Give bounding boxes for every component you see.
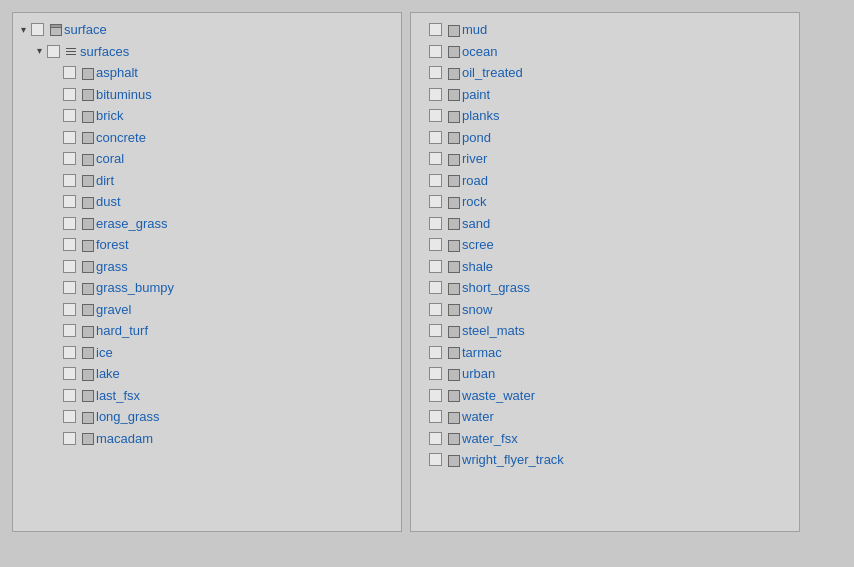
checkbox[interactable] — [63, 389, 76, 402]
tree-item[interactable]: short_grass — [411, 277, 799, 299]
checkbox[interactable] — [63, 131, 76, 144]
checkbox[interactable] — [63, 152, 76, 165]
tree-item[interactable]: scree — [411, 234, 799, 256]
tree-item-label[interactable]: shale — [462, 257, 493, 277]
tree-item-label[interactable]: ice — [96, 343, 113, 363]
tree-item-label[interactable]: bituminus — [96, 85, 152, 105]
tree-item-label[interactable]: rock — [462, 192, 487, 212]
checkbox[interactable] — [63, 66, 76, 79]
checkbox[interactable] — [429, 453, 442, 466]
arrow-down-icon[interactable] — [17, 24, 29, 36]
checkbox[interactable] — [63, 238, 76, 251]
tree-item[interactable]: lake — [13, 363, 401, 385]
checkbox[interactable] — [429, 260, 442, 273]
checkbox[interactable] — [63, 324, 76, 337]
tree-item-label[interactable]: grass — [96, 257, 128, 277]
checkbox[interactable] — [63, 367, 76, 380]
tree-item-label[interactable]: oil_treated — [462, 63, 523, 83]
checkbox[interactable] — [63, 217, 76, 230]
tree-item[interactable]: gravel — [13, 299, 401, 321]
tree-item-label[interactable]: coral — [96, 149, 124, 169]
tree-item[interactable]: long_grass — [13, 406, 401, 428]
tree-item[interactable]: dirt — [13, 170, 401, 192]
tree-item-label[interactable]: hard_turf — [96, 321, 148, 341]
tree-item-label[interactable]: surfaces — [80, 42, 129, 62]
tree-item[interactable]: shale — [411, 256, 799, 278]
checkbox[interactable] — [63, 303, 76, 316]
tree-item-label[interactable]: planks — [462, 106, 500, 126]
tree-item-label[interactable]: erase_grass — [96, 214, 168, 234]
tree-item[interactable]: coral — [13, 148, 401, 170]
tree-item[interactable]: asphalt — [13, 62, 401, 84]
tree-item[interactable]: surfaces — [13, 41, 401, 63]
tree-item[interactable]: urban — [411, 363, 799, 385]
checkbox[interactable] — [63, 174, 76, 187]
checkbox[interactable] — [429, 88, 442, 101]
tree-item[interactable]: erase_grass — [13, 213, 401, 235]
tree-item-label[interactable]: concrete — [96, 128, 146, 148]
checkbox[interactable] — [429, 410, 442, 423]
tree-item-label[interactable]: grass_bumpy — [96, 278, 174, 298]
checkbox[interactable] — [429, 152, 442, 165]
tree-item-label[interactable]: gravel — [96, 300, 131, 320]
checkbox[interactable] — [429, 109, 442, 122]
tree-item[interactable]: tarmac — [411, 342, 799, 364]
tree-item[interactable]: pond — [411, 127, 799, 149]
arrow-down-icon[interactable] — [33, 45, 45, 57]
tree-item-label[interactable]: asphalt — [96, 63, 138, 83]
tree-item-label[interactable]: last_fsx — [96, 386, 140, 406]
checkbox[interactable] — [429, 281, 442, 294]
tree-item[interactable]: road — [411, 170, 799, 192]
checkbox[interactable] — [63, 432, 76, 445]
tree-item[interactable]: macadam — [13, 428, 401, 450]
tree-item[interactable]: hard_turf — [13, 320, 401, 342]
checkbox[interactable] — [63, 410, 76, 423]
tree-item[interactable]: concrete — [13, 127, 401, 149]
tree-item[interactable]: water_fsx — [411, 428, 799, 450]
checkbox[interactable] — [429, 174, 442, 187]
checkbox[interactable] — [63, 346, 76, 359]
tree-item-label[interactable]: mud — [462, 20, 487, 40]
tree-item-label[interactable]: water — [462, 407, 494, 427]
tree-item[interactable]: waste_water — [411, 385, 799, 407]
tree-item[interactable]: water — [411, 406, 799, 428]
tree-item-label[interactable]: ocean — [462, 42, 497, 62]
tree-item-label[interactable]: lake — [96, 364, 120, 384]
checkbox[interactable] — [429, 23, 442, 36]
tree-item[interactable]: wright_flyer_track — [411, 449, 799, 471]
tree-item[interactable]: planks — [411, 105, 799, 127]
tree-item-label[interactable]: snow — [462, 300, 492, 320]
checkbox[interactable] — [429, 303, 442, 316]
checkbox[interactable] — [429, 367, 442, 380]
checkbox[interactable] — [63, 88, 76, 101]
tree-item-label[interactable]: sand — [462, 214, 490, 234]
tree-item[interactable]: surface — [13, 19, 401, 41]
tree-item[interactable]: sand — [411, 213, 799, 235]
tree-item-label[interactable]: road — [462, 171, 488, 191]
checkbox[interactable] — [429, 389, 442, 402]
checkbox[interactable] — [429, 217, 442, 230]
tree-item-label[interactable]: short_grass — [462, 278, 530, 298]
tree-item-label[interactable]: dirt — [96, 171, 114, 191]
tree-item[interactable]: brick — [13, 105, 401, 127]
checkbox[interactable] — [429, 238, 442, 251]
tree-item[interactable]: snow — [411, 299, 799, 321]
checkbox[interactable] — [429, 432, 442, 445]
tree-item-label[interactable]: scree — [462, 235, 494, 255]
tree-item[interactable]: paint — [411, 84, 799, 106]
checkbox[interactable] — [429, 66, 442, 79]
tree-item[interactable]: ocean — [411, 41, 799, 63]
checkbox[interactable] — [429, 324, 442, 337]
tree-item[interactable]: dust — [13, 191, 401, 213]
checkbox[interactable] — [47, 45, 60, 58]
checkbox[interactable] — [429, 195, 442, 208]
tree-item[interactable]: river — [411, 148, 799, 170]
tree-item-label[interactable]: long_grass — [96, 407, 160, 427]
tree-item[interactable]: grass_bumpy — [13, 277, 401, 299]
tree-item[interactable]: oil_treated — [411, 62, 799, 84]
tree-item-label[interactable]: waste_water — [462, 386, 535, 406]
tree-item-label[interactable]: brick — [96, 106, 123, 126]
tree-item-label[interactable]: river — [462, 149, 487, 169]
checkbox[interactable] — [429, 346, 442, 359]
tree-item-label[interactable]: water_fsx — [462, 429, 518, 449]
